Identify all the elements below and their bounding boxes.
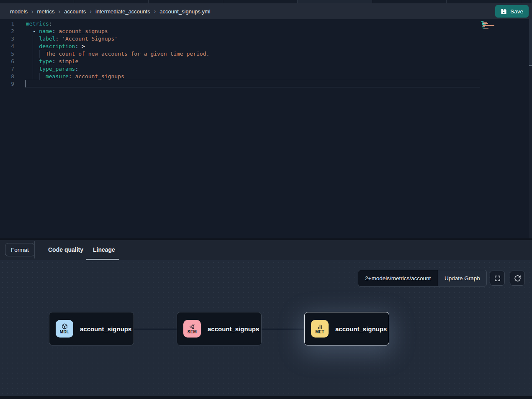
breadcrumb-separator-icon: › [154,8,156,15]
editor-tab[interactable] [0,0,74,3]
refresh-button[interactable] [510,271,525,286]
editor-tab[interactable] [372,0,447,3]
line-number: 8 [0,73,14,80]
lineage-filter-group: Update Graph [358,270,487,286]
save-icon [501,8,507,15]
editor-tab[interactable] [223,0,298,3]
code-line: label: 'Account Signups' [26,35,480,43]
breadcrumb-item[interactable]: metrics [37,8,55,15]
semantic-network-icon [189,323,195,330]
code-editor[interactable]: 123456789 metrics: - name: account_signu… [0,19,532,238]
lineage-edge [134,329,177,329]
line-number: 4 [0,43,14,50]
fullscreen-button[interactable] [490,271,505,286]
breadcrumb-separator-icon: › [31,8,33,15]
editor-tab[interactable] [447,0,521,3]
line-number: 2 [0,28,14,35]
format-button[interactable]: Format [5,243,35,256]
fullscreen-icon [494,275,501,282]
line-number-gutter: 123456789 [0,20,14,88]
scrollbar-thumb[interactable] [529,19,532,66]
editor-tab[interactable] [521,0,532,3]
lineage-node-met[interactable]: METaccount_signups [304,312,389,345]
badge-label: SEM [188,330,197,335]
ide-root: models›metrics›accounts›intermediate_acc… [0,0,532,399]
badge-label: MET [315,330,324,335]
line-number: 1 [0,20,14,28]
editor-tab[interactable] [298,0,372,3]
code-line: description: > [26,43,480,50]
save-label: Save [510,8,523,15]
breadcrumb-separator-icon: › [58,8,60,15]
editor-tab[interactable] [74,0,149,3]
minimap[interactable] [481,21,509,31]
tab-code-quality[interactable]: Code quality [48,240,83,259]
lineage-selector-input[interactable] [358,270,438,286]
node-label: account_signups [335,325,387,332]
code-line: metrics: [26,20,480,28]
breadcrumb: models›metrics›accounts›intermediate_acc… [10,8,211,15]
editor-scrollbar[interactable] [529,19,532,238]
line-number: 3 [0,35,14,43]
sem-badge: SEM [183,320,201,338]
node-label: account_signups [208,325,259,332]
breadcrumb-bar: models›metrics›accounts›intermediate_acc… [0,3,532,19]
header-divider [34,241,35,258]
breadcrumb-separator-icon: › [90,8,92,15]
code-line: type_params: [26,65,480,73]
breadcrumb-item[interactable]: account_signups.yml [159,8,210,15]
breadcrumb-item[interactable]: models [10,8,28,15]
node-label: account_signups [80,325,131,332]
line-number: 9 [0,80,14,88]
badge-label: MDL [60,330,69,335]
breadcrumb-item[interactable]: accounts [64,8,86,15]
lineage-node-sem[interactable]: SEMaccount_signups [177,312,262,345]
canvas-bottom-strip [0,396,532,399]
refresh-icon [514,275,521,282]
code-line: - name: account_signups [26,28,480,35]
line-number: 7 [0,65,14,73]
line-number: 6 [0,58,14,65]
update-graph-button[interactable]: Update Graph [438,270,487,286]
code-line: type: simple [26,58,480,65]
breadcrumb-item[interactable]: intermediate_accounts [95,8,150,15]
lineage-node-mdl[interactable]: MDLaccount_signups [49,312,134,345]
editor-tab[interactable] [149,0,223,3]
save-button[interactable]: Save [495,5,529,18]
bottom-panel: Format Code quality Lineage Update Graph [0,238,532,399]
tab-lineage[interactable]: Lineage [93,240,115,259]
code-line: measure: account_signups [26,73,480,80]
cube-icon [62,323,68,330]
editor-tab-strip [0,0,532,3]
line-number: 5 [0,50,14,58]
met-badge: MET [311,320,329,338]
text-cursor [25,80,26,87]
bar-chart-icon [317,323,323,330]
lineage-canvas[interactable]: Update Graph MDLaccount_signupsSEMaccoun… [0,260,532,399]
lineage-edge [262,329,304,329]
code-line: The count of new accounts for a given ti… [26,50,480,58]
code-content[interactable]: metrics: - name: account_signups label: … [26,20,480,88]
panel-header: Format Code quality Lineage [0,240,532,260]
mdl-badge: MDL [56,320,73,338]
current-line-highlight [25,80,480,87]
